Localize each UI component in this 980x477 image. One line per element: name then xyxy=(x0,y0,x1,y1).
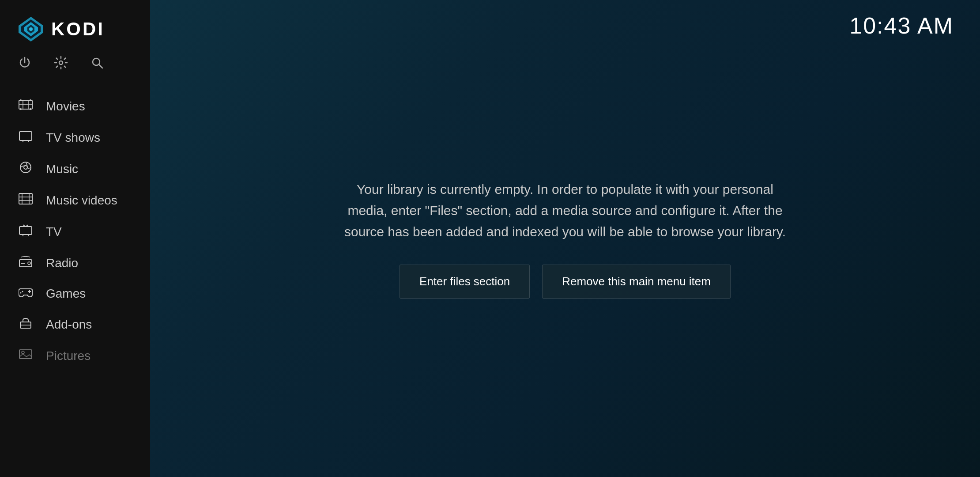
sidebar-item-music[interactable]: Music xyxy=(0,153,150,185)
tv-icon xyxy=(18,224,34,239)
music-icon xyxy=(18,161,34,177)
svg-point-21 xyxy=(24,166,27,169)
sidebar-item-music-videos[interactable]: Music videos xyxy=(0,185,150,216)
settings-icon[interactable] xyxy=(54,56,68,73)
radio-icon xyxy=(18,255,34,271)
svg-point-34 xyxy=(28,262,30,265)
main-content: 10:43 AM Your library is currently empty… xyxy=(150,0,980,477)
empty-library-message: Your library is currently empty. In orde… xyxy=(322,161,808,316)
pictures-icon xyxy=(18,348,34,363)
svg-rect-27 xyxy=(19,227,32,235)
svg-point-20 xyxy=(20,162,31,173)
sidebar-item-pictures[interactable]: Pictures xyxy=(0,340,150,371)
clock-display: 10:43 AM xyxy=(849,12,954,39)
svg-point-11 xyxy=(20,108,22,110)
top-icons-bar xyxy=(0,51,150,86)
search-icon[interactable] xyxy=(90,56,104,73)
svg-point-38 xyxy=(22,291,23,292)
games-icon xyxy=(18,287,34,301)
sidebar-item-add-ons[interactable]: Add-ons xyxy=(0,309,150,340)
sidebar-item-games[interactable]: Games xyxy=(0,279,150,309)
main-nav: Movies TV shows xyxy=(0,86,150,477)
svg-rect-22 xyxy=(19,193,32,204)
action-buttons: Enter files section Remove this main men… xyxy=(340,265,790,299)
content-area: Your library is currently empty. In orde… xyxy=(150,0,980,477)
radio-label: Radio xyxy=(46,256,78,270)
svg-rect-16 xyxy=(19,132,32,140)
music-label: Music xyxy=(46,162,78,176)
svg-rect-42 xyxy=(19,350,32,359)
pictures-label: Pictures xyxy=(46,349,90,363)
message-text: Your library is currently empty. In orde… xyxy=(340,179,790,242)
svg-point-9 xyxy=(20,99,22,101)
svg-point-12 xyxy=(30,108,31,110)
movies-icon xyxy=(18,98,34,114)
music-videos-label: Music videos xyxy=(46,193,117,208)
remove-menu-item-button[interactable]: Remove this main menu item xyxy=(542,265,731,299)
kodi-logo-icon xyxy=(18,16,44,42)
sidebar-item-movies[interactable]: Movies xyxy=(0,91,150,122)
sidebar-item-tv[interactable]: TV xyxy=(0,216,150,247)
tv-shows-icon xyxy=(18,130,34,145)
app-title: KODI xyxy=(51,19,105,40)
movies-label: Movies xyxy=(46,99,85,114)
sidebar-item-tv-shows[interactable]: TV shows xyxy=(0,122,150,153)
svg-point-10 xyxy=(30,99,31,101)
tv-label: TV xyxy=(46,225,62,239)
enter-files-button[interactable]: Enter files section xyxy=(400,265,530,299)
logo-area: KODI xyxy=(0,0,150,51)
sidebar: KODI xyxy=(0,0,150,477)
add-ons-icon xyxy=(18,317,34,332)
music-videos-icon xyxy=(18,193,34,208)
svg-point-39 xyxy=(20,292,22,293)
add-ons-label: Add-ons xyxy=(46,318,92,332)
games-label: Games xyxy=(46,287,86,301)
power-icon[interactable] xyxy=(18,56,32,73)
svg-point-5 xyxy=(29,27,33,31)
sidebar-item-radio[interactable]: Radio xyxy=(0,247,150,279)
svg-point-6 xyxy=(59,61,63,64)
tv-shows-label: TV shows xyxy=(46,131,100,145)
